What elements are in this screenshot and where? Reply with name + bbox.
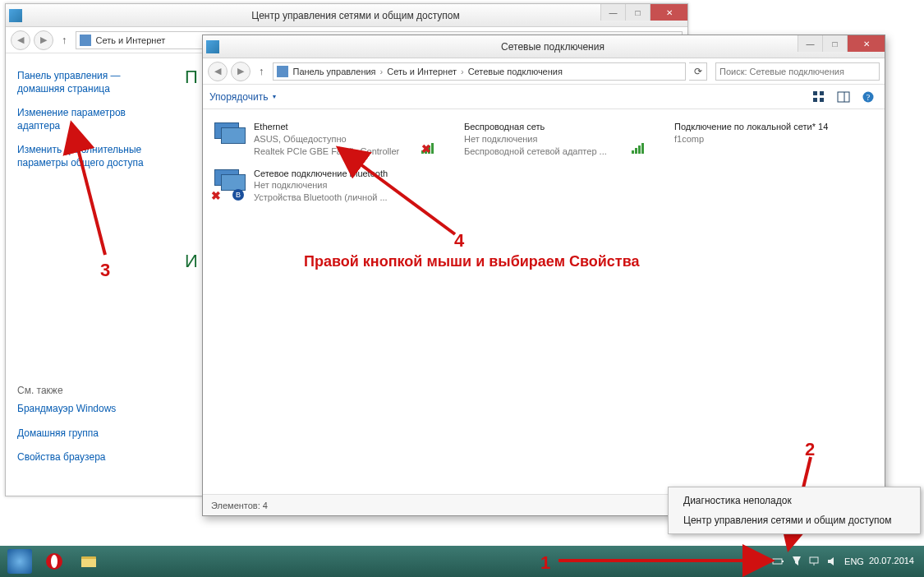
system-tray: ENG 20.07.2014 [754,555,921,568]
refresh-button[interactable]: ⟳ [689,62,707,81]
path-icon [277,66,288,77]
breadcrumb-item[interactable]: Сетевые подключения [468,67,563,76]
app-icon [9,9,22,22]
connection-status: ASUS, Общедоступно [254,133,415,145]
heading-letter-2: И [185,251,198,272]
connection-status: Нет подключения [464,133,625,145]
connection-device: Беспроводной сетевой адаптер ... [464,145,620,158]
svg-text:?: ? [867,93,871,102]
connection-item-bluetooth[interactable]: ✖ B Сетевое подключение Bluetooth Нет по… [208,164,418,208]
titlebar-win1: Центр управления сетями и общим доступом… [6,4,687,27]
connection-name: Беспроводная сеть [464,121,625,133]
nav-up-button[interactable]: ↑ [254,65,269,77]
tray-icon[interactable] [754,555,767,568]
start-button[interactable] [3,549,36,574]
svg-rect-3 [820,98,824,102]
titlebar-win2: Сетевые подключения — □ ✕ [203,35,885,58]
connection-item-local14[interactable]: Подключение по локальной сети* 14 f1comp [628,118,839,161]
window-network-connections: Сетевые подключения — □ ✕ ◀ ▶ ↑ Панель у… [202,35,885,516]
wifi-icon: ✖ [421,121,457,154]
menu-item-diagnostics[interactable]: Диагностика неполадок [669,491,920,510]
nav-up-button[interactable]: ↑ [57,34,72,46]
nav-back-button[interactable]: ◀ [208,62,228,81]
sidebar-link-browser[interactable]: Свойства браузера [17,451,116,464]
maximize-button[interactable]: □ [625,4,650,21]
svg-rect-15 [81,559,96,567]
svg-rect-2 [813,98,817,102]
sidebar-link-advanced[interactable]: Изменить дополнительные параметры общего… [17,144,167,169]
taskbar: ENG 20.07.2014 [0,546,924,577]
network-icon [211,121,247,154]
connection-name: Сетевое подключение Bluetooth [254,168,415,180]
svg-rect-0 [813,91,817,95]
connections-area: Ethernet ASUS, Общедоступно Realtek PCIe… [203,109,885,215]
path-icon [80,35,91,46]
sidebar-link-adapter[interactable]: Изменение параметров адаптера [17,107,167,132]
bluetooth-icon: ✖ B [211,168,247,201]
sidebar: Панель управления — домашняя страница Из… [6,53,178,496]
nav-back-button[interactable]: ◀ [11,30,30,50]
connection-status: f1comp [674,133,835,145]
nav-forward-button[interactable]: ▶ [231,62,251,81]
app-icon [206,40,219,53]
toolbar: Упорядочить ? [203,85,885,109]
search-input[interactable] [715,62,880,81]
taskbar-app-opera[interactable] [38,549,71,574]
svg-rect-16 [773,559,782,564]
connection-name: Ethernet [254,121,415,133]
connection-item-ethernet[interactable]: Ethernet ASUS, Общедоступно Realtek PCIe… [208,118,418,161]
address-bar-win2[interactable]: Панель управления › Сеть и Интернет › Се… [273,62,687,81]
breadcrumb-item[interactable]: Сеть и Интернет [96,35,166,45]
connection-status: Нет подключения [254,179,415,192]
battery-tray-icon[interactable] [772,555,785,568]
sidebar-link-firewall[interactable]: Брандмауэр Windows [17,403,116,416]
svg-point-13 [51,555,57,568]
view-icons-button[interactable] [809,89,829,105]
sidebar-link-homegroup[interactable]: Домашняя группа [17,427,116,441]
nav-row-win2: ◀ ▶ ↑ Панель управления › Сеть и Интерне… [203,58,885,85]
breadcrumb-item[interactable]: Сеть и Интернет [387,67,457,76]
tray-language[interactable]: ENG [844,556,864,566]
window-title: Центр управления сетями и общим доступом [27,10,684,21]
maximize-button[interactable]: □ [822,35,847,52]
connection-device: Realtek PCIe GBE Family Controller [254,145,410,158]
action-center-tray-icon[interactable] [790,555,803,568]
connection-item-wireless[interactable]: ✖ Беспроводная сеть Нет подключения Бесп… [418,118,628,161]
connection-name: Подключение по локальной сети* 14 [674,121,835,133]
svg-rect-17 [782,561,784,562]
organize-button[interactable]: Упорядочить [209,91,277,103]
heading-letter: П [185,67,198,88]
connection-device: Устройства Bluetooth (личной ... [254,192,410,204]
close-button[interactable]: ✕ [650,4,687,21]
volume-tray-icon[interactable] [826,555,839,568]
svg-rect-1 [820,91,824,95]
close-button[interactable]: ✕ [847,35,885,52]
status-count: Элементов: 4 [211,501,268,510]
see-also-section: См. также Брандмауэр Windows Домашняя гр… [17,385,116,476]
window-title: Сетевые подключения [224,41,881,53]
breadcrumb-item[interactable]: Панель управления [293,67,376,76]
see-also-header: См. также [17,385,116,396]
nav-forward-button[interactable]: ▶ [34,30,53,50]
tray-date: 20.07.2014 [869,556,914,566]
breadcrumb-sep: › [458,67,467,76]
help-button[interactable]: ? [858,89,878,105]
network-tray-icon[interactable] [808,555,821,568]
menu-item-network-center[interactable]: Центр управления сетями и общим доступом [669,510,920,530]
minimize-button[interactable]: — [600,4,625,21]
minimize-button[interactable]: — [798,35,822,52]
breadcrumb-sep: › [378,67,386,76]
svg-rect-4 [838,92,849,102]
svg-rect-18 [810,557,818,563]
preview-pane-button[interactable] [834,89,853,105]
sidebar-link-home[interactable]: Панель управления — домашняя страница [17,70,167,95]
taskbar-app-explorer[interactable] [72,549,105,574]
tray-clock[interactable]: 20.07.2014 [869,556,914,566]
tray-context-menu: Диагностика неполадок Центр управления с… [668,487,921,534]
wifi-icon [632,121,668,154]
